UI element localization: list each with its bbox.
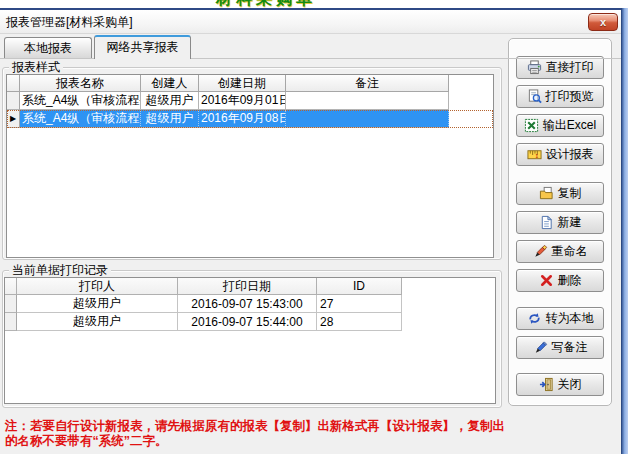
col-header-printer-user[interactable]: 打印人 xyxy=(17,278,178,295)
button-label: 输出Excel xyxy=(543,117,596,134)
tab-network-shared-reports[interactable]: 网络共享报表 xyxy=(94,35,191,59)
excel-icon xyxy=(524,118,539,133)
print-row-1[interactable]: 超级用户 2016-09-07 15:43:00 27 xyxy=(5,295,495,313)
footer-note: 注：若要自行设计新报表，请先根据原有的报表【复制】出新格式再【设计报表】，复制出… xyxy=(5,419,565,449)
tab-local-reports[interactable]: 本地报表 xyxy=(4,37,92,58)
title-bar[interactable]: 报表管理器[材料采购单] x xyxy=(0,10,621,34)
col-header-creator[interactable]: 创建人 xyxy=(141,75,199,92)
print-grid-header: 打印人 打印日期 ID xyxy=(5,278,495,295)
button-label: 关闭 xyxy=(558,376,582,393)
cell-print-user: 超级用户 xyxy=(17,295,178,313)
copy-button[interactable]: 复制 xyxy=(516,182,604,205)
cell-note xyxy=(286,110,449,128)
write-note-button[interactable]: 写备注 xyxy=(516,336,604,359)
button-label: 删除 xyxy=(558,272,582,289)
cell-create-date: 2016年09月01日 xyxy=(199,92,286,110)
row-indicator xyxy=(7,92,20,110)
report-row-2-selected[interactable]: ▶ 系统_A4纵（审核流程- 超级用户 2016年09月08日 xyxy=(7,110,493,128)
svg-text:1: 1 xyxy=(535,154,538,159)
footer-note-line1: 注：若要自行设计新报表，请先根据原有的报表【复制】出新格式再【设计报表】，复制出 xyxy=(5,419,565,434)
button-label: 直接打印 xyxy=(546,59,594,76)
background-window: 材料采购单 xyxy=(0,0,628,8)
print-row-2[interactable]: 超级用户 2016-09-07 15:44:00 28 xyxy=(5,313,495,331)
print-preview-icon xyxy=(527,89,542,104)
convert-to-local-button[interactable]: 转为本地 xyxy=(516,307,604,330)
row-filler xyxy=(449,92,493,110)
action-button-panel: 直接打印 打印预览 输出Excel xyxy=(508,38,612,406)
export-excel-button[interactable]: 输出Excel xyxy=(516,114,604,137)
new-button[interactable]: 新建 xyxy=(516,211,604,234)
footer-note-line2: 的名称不要带有“系统”二字。 xyxy=(5,434,565,449)
row-indicator xyxy=(5,295,17,313)
convert-arrows-icon xyxy=(527,311,542,326)
dialog-title: 报表管理器[材料采购单] xyxy=(6,10,133,34)
design-report-button[interactable]: 1 设计报表 xyxy=(516,143,604,166)
button-label: 设计报表 xyxy=(546,146,594,163)
report-styles-group-label: 报表样式 xyxy=(9,60,63,74)
ruler-icon: 1 xyxy=(527,147,542,162)
row-filler xyxy=(402,313,495,331)
cell-report-name: 系统_A4纵（审核流程- xyxy=(20,110,141,128)
copy-icon xyxy=(539,186,554,201)
cell-creator: 超级用户 xyxy=(141,92,199,110)
cell-print-user: 超级用户 xyxy=(17,313,178,331)
row-indicator xyxy=(5,313,17,331)
delete-x-icon xyxy=(539,273,554,288)
rename-pencil-icon xyxy=(533,244,548,259)
row-indicator-header xyxy=(5,278,17,295)
row-filler xyxy=(402,295,495,313)
cell-print-date: 2016-09-07 15:43:00 xyxy=(178,295,317,313)
cell-print-id: 27 xyxy=(317,295,402,313)
cell-creator: 超级用户 xyxy=(141,110,199,128)
background-window-border xyxy=(621,8,628,454)
cell-print-id: 28 xyxy=(317,313,402,331)
col-header-id[interactable]: ID xyxy=(317,278,402,295)
cell-print-date: 2016-09-07 15:44:00 xyxy=(178,313,317,331)
row-filler xyxy=(449,110,493,128)
header-filler xyxy=(449,75,493,92)
row-indicator-header xyxy=(7,75,20,92)
background-window-title: 材料采购单 xyxy=(216,0,316,8)
selected-row-indicator: ▶ xyxy=(7,110,20,128)
button-label: 写备注 xyxy=(552,339,588,356)
print-records-grid[interactable]: 打印人 打印日期 ID 超级用户 2016-09-07 15:43:00 27 … xyxy=(4,277,496,404)
col-header-note[interactable]: 备注 xyxy=(286,75,449,92)
print-records-group-label: 当前单据打印记录 xyxy=(9,263,111,277)
report-grid-header: 报表名称 创建人 创建日期 备注 xyxy=(7,75,493,92)
printer-icon xyxy=(527,60,542,75)
exit-door-icon xyxy=(539,377,554,392)
button-label: 复制 xyxy=(558,185,582,202)
cell-report-name: 系统_A4纵（审核流程- xyxy=(20,92,141,110)
write-pen-icon xyxy=(533,340,548,355)
col-header-create-date[interactable]: 创建日期 xyxy=(199,75,286,92)
print-preview-button[interactable]: 打印预览 xyxy=(516,85,604,108)
button-label: 转为本地 xyxy=(546,310,594,327)
button-label: 重命名 xyxy=(552,243,588,260)
button-label: 打印预览 xyxy=(546,88,594,105)
report-manager-dialog: 报表管理器[材料采购单] x 本地报表 网络共享报表 报表样式 报表名称 创建人… xyxy=(0,8,621,454)
direct-print-button[interactable]: 直接打印 xyxy=(516,56,604,79)
rename-button[interactable]: 重命名 xyxy=(516,240,604,263)
close-dialog-button[interactable]: 关闭 xyxy=(516,373,604,396)
screen: 材料采购单 报表管理器[材料采购单] x 本地报表 网络共享报表 报表样式 报表… xyxy=(0,0,628,454)
delete-button[interactable]: 删除 xyxy=(516,269,604,292)
report-styles-grid[interactable]: 报表名称 创建人 创建日期 备注 系统_A4纵（审核流程- 超级用户 2016年… xyxy=(6,74,494,258)
header-filler xyxy=(402,278,495,295)
cell-note xyxy=(286,92,449,110)
cell-create-date: 2016年09月08日 xyxy=(199,110,286,128)
new-document-icon xyxy=(539,215,554,230)
col-header-print-date[interactable]: 打印日期 xyxy=(178,278,317,295)
button-label: 新建 xyxy=(558,214,582,231)
col-header-report-name[interactable]: 报表名称 xyxy=(20,75,141,92)
close-button[interactable]: x xyxy=(588,13,618,31)
report-row-1[interactable]: 系统_A4纵（审核流程- 超级用户 2016年09月01日 xyxy=(7,92,493,110)
close-icon: x xyxy=(600,16,606,28)
